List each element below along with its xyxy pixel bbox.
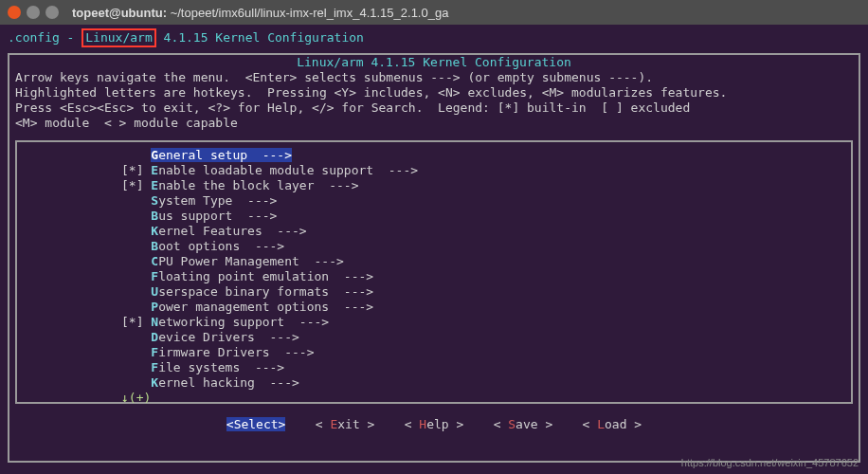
menu-item-kernel-hacking[interactable]: Kernel hacking ---> [121,375,845,391]
ncurses-dialog: Linux/arm 4.1.15 Kernel Configuration Ar… [8,53,860,463]
select-button[interactable]: <Select> [226,417,286,431]
more-below-indicator: ↓(+) [121,391,845,406]
terminal-area: .config - Linux/arm 4.1.15 Kernel Config… [0,25,868,474]
menu-item-floating-point[interactable]: Floating point emulation ---> [121,269,845,284]
help-line-3: Press <Esc><Esc> to exit, <?> for Help, … [9,100,859,116]
config-sep: - [60,30,81,45]
button-bar: <Select> < Exit > < Help > < Save > < Lo… [9,417,859,432]
watermark-text: https://blog.csdn.net/weixin_45787652 [681,455,859,470]
menu-item-file-systems[interactable]: File systems ---> [121,360,845,375]
window-title: topeet@ubuntu: ~/topeet/imx6ull/linux-im… [72,6,448,20]
window-titlebar: topeet@ubuntu: ~/topeet/imx6ull/linux-im… [0,0,868,25]
config-rest: 4.1.15 Kernel Configuration [156,30,364,45]
maximize-icon[interactable] [45,6,59,19]
menu-item-bus-support[interactable]: Bus support ---> [121,209,845,224]
menu-item-firmware-drivers[interactable]: Firmware Drivers ---> [121,345,845,360]
menu-item-kernel-features[interactable]: Kernel Features ---> [121,224,845,239]
help-line-2: Highlighted letters are hotkeys. Pressin… [9,85,859,100]
help-button[interactable]: < Help > [405,417,464,431]
title-path: ~/topeet/imx6ull/linux-imx-rel_imx_4.1.1… [167,6,448,20]
menu-item-boot-options[interactable]: Boot options ---> [121,239,845,254]
dialog-title: Linux/arm 4.1.15 Kernel Configuration [9,55,859,70]
exit-button[interactable]: < Exit > [316,417,375,431]
highlighted-arch: Linux/arm [81,28,155,47]
menu-item-block-layer[interactable]: [*] Enable the block layer ---> [121,178,845,193]
menu-item-loadable-module[interactable]: [*] Enable loadable module support ---> [121,163,845,178]
config-file: .config [8,30,60,45]
load-button[interactable]: < Load > [583,417,642,431]
help-line-4: <M> module < > module capable [9,116,859,131]
menu-item-system-type[interactable]: System Type ---> [121,193,845,209]
menu-list: General setup ---> [*] Enable loadable m… [15,140,853,404]
close-icon[interactable] [8,6,21,19]
minimize-icon[interactable] [27,6,40,19]
title-user-host: topeet@ubuntu: [72,6,167,20]
menu-item-power-management[interactable]: Power management options ---> [121,300,845,315]
menu-item-cpu-power[interactable]: CPU Power Management ---> [121,254,845,269]
menu-item-general-setup[interactable]: General setup ---> [121,148,292,163]
config-status-line: .config - Linux/arm 4.1.15 Kernel Config… [8,28,860,47]
save-button[interactable]: < Save > [494,417,553,431]
help-line-1: Arrow keys navigate the menu. <Enter> se… [9,70,859,85]
menu-item-device-drivers[interactable]: Device Drivers ---> [121,330,845,345]
menu-item-networking[interactable]: [*] Networking support ---> [121,315,845,330]
menu-item-userspace-binary[interactable]: Userspace binary formats ---> [121,284,845,300]
